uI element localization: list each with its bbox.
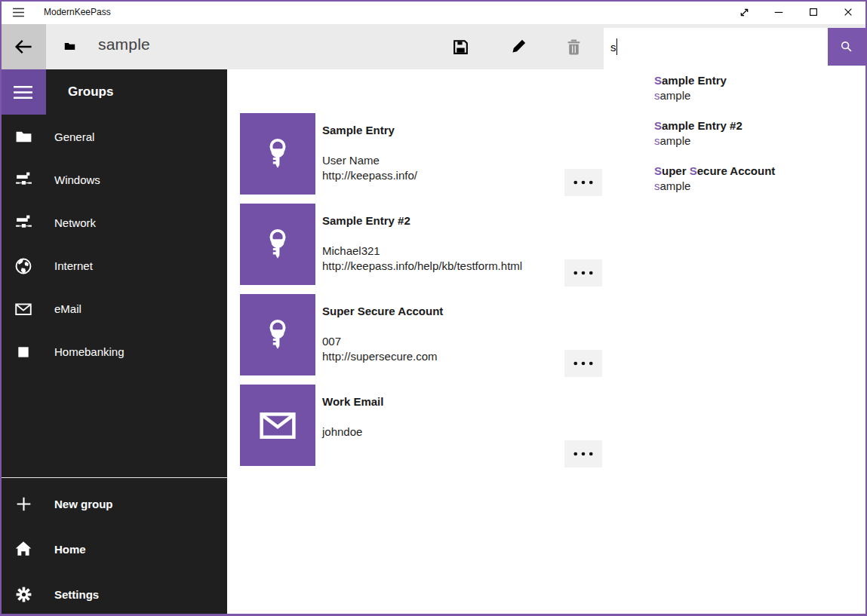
- groups-header: Groups: [68, 69, 113, 115]
- current-group-title: sample: [98, 35, 150, 54]
- sidebar-item-network[interactable]: Network: [0, 201, 227, 244]
- entry-info: Work Email johndoe: [322, 394, 383, 440]
- entry-url: http://supersecure.com: [322, 349, 443, 364]
- suggestion-title: Super Secure Account: [654, 164, 858, 179]
- titlebar-hamburger-icon: [11, 6, 25, 18]
- group-folder-icon: [63, 40, 76, 53]
- close-button[interactable]: [831, 0, 865, 24]
- sidebar-item-general[interactable]: General: [0, 115, 227, 158]
- sidebar-item-internet[interactable]: Internet: [0, 244, 227, 287]
- more-options-button[interactable]: [564, 259, 602, 287]
- search-box: [604, 28, 828, 66]
- edit-button[interactable]: [500, 24, 536, 69]
- text-caret: [616, 38, 617, 55]
- save-button[interactable]: [442, 24, 478, 69]
- entry-row: Super Secure Account 007 http://supersec…: [240, 294, 604, 375]
- sidebar-item-label: Settings: [54, 588, 99, 601]
- ellipsis-icon: [573, 451, 594, 457]
- entry-tile[interactable]: [240, 385, 315, 466]
- new-group-button[interactable]: New group: [0, 481, 227, 526]
- app-title: ModernKeePass: [44, 0, 111, 24]
- search-input[interactable]: [604, 28, 828, 66]
- suggestion-item[interactable]: Super Secure Account sample: [654, 164, 858, 209]
- home-button[interactable]: Home: [0, 526, 227, 572]
- settings-button[interactable]: Settings: [0, 572, 227, 616]
- entry-url: http://keepass.info/help/kb/testform.htm…: [322, 259, 522, 274]
- more-options-button[interactable]: [564, 169, 602, 196]
- entry-row: Sample Entry User Name http://keepass.in…: [240, 113, 604, 195]
- sidebar-footer: New group Home Settings: [0, 481, 227, 616]
- entry-username: Michael321: [322, 244, 522, 259]
- sidebar-item-label: General: [54, 130, 94, 143]
- sidebar-item-homebanking[interactable]: Homebanking: [0, 330, 227, 373]
- entry-tile[interactable]: [240, 204, 315, 285]
- more-options-button[interactable]: [564, 350, 602, 377]
- entry-username: User Name: [322, 153, 417, 168]
- suggestion-title: Sample Entry: [654, 73, 858, 88]
- sidebar-item-label: Network: [54, 216, 96, 229]
- sidebar-item-windows[interactable]: Windows: [0, 158, 227, 201]
- entry-info: Super Secure Account 007 http://supersec…: [322, 304, 443, 364]
- app-window: ModernKeePass sample: [0, 0, 867, 616]
- entry-title: Sample Entry: [322, 123, 417, 138]
- ellipsis-icon: [573, 360, 594, 366]
- entry-tile[interactable]: [240, 294, 315, 375]
- suggestion-title: Sample Entry #2: [654, 118, 858, 133]
- sidebar-separator: [0, 477, 227, 478]
- back-button[interactable]: [0, 24, 46, 69]
- search-button[interactable]: [828, 28, 865, 66]
- plus-icon: [14, 495, 33, 513]
- sidebar-hamburger-button[interactable]: [0, 69, 46, 115]
- folder-icon: [14, 127, 33, 146]
- sidebar-item-label: eMail: [54, 302, 81, 315]
- suggestion-group: sample: [654, 133, 858, 149]
- entry-info: Sample Entry #2 Michael321 http://keepas…: [322, 213, 522, 274]
- titlebar: ModernKeePass: [0, 0, 867, 24]
- minimize-button[interactable]: [761, 0, 796, 24]
- window-controls: [727, 0, 865, 24]
- suggestion-group: sample: [654, 179, 858, 194]
- maximize-button[interactable]: [796, 0, 831, 24]
- more-options-button[interactable]: [564, 440, 602, 467]
- envelope-icon: [257, 405, 298, 446]
- entry-username: johndoe: [322, 424, 383, 440]
- entry-username: 007: [322, 334, 443, 349]
- home-icon: [14, 539, 33, 559]
- entry-title: Sample Entry #2: [322, 213, 522, 228]
- suggestion-item[interactable]: Sample Entry #2 sample: [654, 118, 858, 164]
- sidebar-item-label: Windows: [54, 173, 100, 186]
- key-icon: [260, 227, 295, 262]
- suggestion-group: sample: [654, 88, 858, 103]
- ellipsis-icon: [573, 179, 594, 185]
- entry-url: http://keepass.info/: [322, 168, 417, 183]
- envelope-icon: [14, 299, 33, 319]
- group-list: General Windows Network Internet: [0, 115, 227, 373]
- entry-tile[interactable]: [240, 113, 315, 195]
- gear-icon: [14, 585, 33, 604]
- ellipsis-icon: [573, 270, 594, 276]
- entry-info: Sample Entry User Name http://keepass.in…: [322, 123, 417, 183]
- delete-button[interactable]: [555, 24, 592, 69]
- sidebar-item-label: Homebanking: [54, 345, 125, 358]
- sidebar-item-email[interactable]: eMail: [0, 287, 227, 330]
- sidebar-item-label: New group: [54, 498, 113, 510]
- key-icon: [260, 317, 295, 352]
- suggestion-item[interactable]: Sample Entry sample: [654, 73, 858, 118]
- search-icon: [838, 38, 855, 55]
- network-icon: [14, 213, 33, 232]
- fullscreen-button[interactable]: [727, 0, 761, 24]
- sidebar: Groups General Windows Network: [0, 69, 227, 616]
- entry-title: Work Email: [322, 394, 383, 409]
- entry-title: Super Secure Account: [322, 304, 443, 319]
- sidebar-item-label: Internet: [54, 259, 93, 272]
- search-suggestions: Sample Entry sample Sample Entry #2 samp…: [604, 66, 865, 231]
- network-icon: [14, 170, 33, 189]
- globe-icon: [14, 256, 33, 276]
- square-icon: [14, 345, 33, 360]
- key-icon: [260, 136, 295, 171]
- entry-row: Sample Entry #2 Michael321 http://keepas…: [240, 204, 604, 285]
- sidebar-item-label: Home: [54, 543, 86, 556]
- entry-row: Work Email johndoe: [240, 385, 604, 466]
